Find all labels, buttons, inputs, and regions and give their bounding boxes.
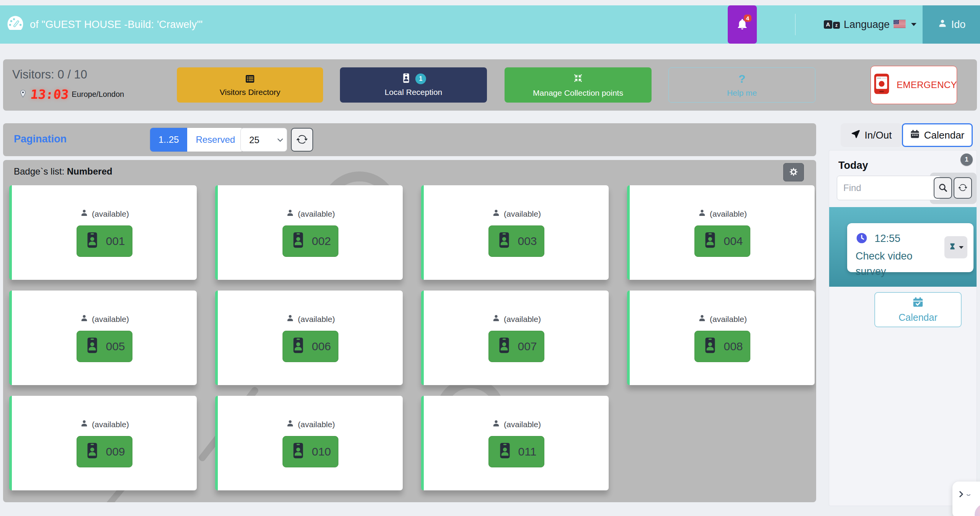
availability-row: (available) <box>80 208 129 219</box>
pagination-group: 1..25 Reserved <box>150 128 243 152</box>
badge-button[interactable]: 007 <box>488 331 544 362</box>
id-badge-icon <box>401 73 412 85</box>
badge-grid: (available) 001 (available) 002 <box>9 185 815 490</box>
id-badge-icon <box>701 336 719 357</box>
search-button[interactable] <box>934 177 952 199</box>
search-icon <box>938 183 947 193</box>
badge-number: 009 <box>106 445 125 458</box>
badge-card: (available) 006 <box>215 291 403 385</box>
badge-card: (available) 008 <box>627 291 815 385</box>
notifications-button[interactable]: 4 <box>728 5 757 44</box>
availability-row: (available) <box>492 419 541 430</box>
digital-clock: 13:03 <box>30 87 69 102</box>
user-name: Ido <box>951 19 966 31</box>
id-badge-icon <box>83 336 101 357</box>
availability-row: (available) <box>697 208 747 219</box>
emergency-button[interactable]: EMERGENCY <box>871 66 957 104</box>
badge-number: 001 <box>106 235 125 248</box>
page-size-select[interactable]: 25 <box>240 128 287 152</box>
notification-count-badge: 4 <box>744 15 751 22</box>
availability-row: (available) <box>80 314 129 325</box>
event-text: 12:55 Check video survey <box>856 231 932 279</box>
availability-label: (available) <box>298 315 335 324</box>
tab-calendar-label: Calendar <box>924 129 965 141</box>
page: of "GUEST HOUSE -Build: 'Crawely'" 4 Az … <box>0 0 980 516</box>
badge-button[interactable]: 010 <box>283 436 338 467</box>
badge-button[interactable]: 008 <box>694 331 750 362</box>
user-menu[interactable]: Ido <box>923 5 980 44</box>
pagination-title: Pagination <box>14 133 67 145</box>
badges-header: Badge`s list: Numbered <box>3 160 816 184</box>
person-icon <box>492 314 501 325</box>
badge-button[interactable]: 004 <box>694 225 750 257</box>
availability-row: (available) <box>492 314 541 325</box>
refresh-list-button[interactable] <box>291 128 313 152</box>
local-reception-button[interactable]: 1 Local Reception <box>340 67 487 103</box>
badge-settings-button[interactable] <box>783 163 804 181</box>
event-panel: 12:55 Check video survey <box>829 207 977 287</box>
badge-button[interactable]: 009 <box>77 436 132 467</box>
manage-collection-points-button[interactable]: Manage Collection points <box>505 67 652 103</box>
today-count-badge: 1 <box>960 153 973 166</box>
local-reception-label: Local Reception <box>385 88 443 97</box>
tab-inout-label: In/Out <box>865 129 892 141</box>
event-status-dropdown[interactable] <box>944 236 967 258</box>
tab-inout[interactable]: In/Out <box>841 123 902 147</box>
person-icon <box>697 208 707 219</box>
badge-card: (available) 009 <box>9 396 197 490</box>
page-range-button[interactable]: 1..25 <box>150 128 187 152</box>
badge-button[interactable]: 002 <box>283 225 338 257</box>
help-me-button[interactable]: ? Help me <box>668 67 815 103</box>
badge-number: 005 <box>106 340 125 353</box>
person-icon <box>492 208 501 219</box>
brand: of "GUEST HOUSE -Build: 'Crawely'" <box>5 5 203 44</box>
badge-card: (available) 007 <box>421 291 609 385</box>
availability-row: (available) <box>286 419 335 430</box>
availability-row: (available) <box>286 314 335 325</box>
availability-label: (available) <box>298 420 335 429</box>
reception-count-badge: 1 <box>415 73 426 84</box>
reserved-button[interactable]: Reserved <box>187 128 243 152</box>
id-badge-icon <box>701 231 719 251</box>
person-icon <box>80 419 89 430</box>
person-icon <box>80 208 89 219</box>
translate-icon: Az <box>824 20 840 29</box>
visitors-directory-button[interactable]: Visitors Directory <box>177 67 323 103</box>
tab-calendar[interactable]: Calendar <box>902 123 973 147</box>
availability-row: (available) <box>80 419 129 430</box>
chat-widget[interactable] <box>952 482 980 516</box>
widget-blob <box>975 503 980 516</box>
availability-label: (available) <box>504 315 541 324</box>
compress-icon <box>573 73 583 85</box>
availability-row: (available) <box>286 208 335 219</box>
badge-button[interactable]: 006 <box>283 331 338 362</box>
smile-icon <box>966 493 973 500</box>
badge-button[interactable]: 005 <box>77 331 132 362</box>
language-label: Language <box>844 19 890 31</box>
event-card[interactable]: 12:55 Check video survey <box>847 223 973 272</box>
id-badge-icon <box>289 231 307 251</box>
list-icon <box>245 73 255 85</box>
calendar-check-icon <box>913 297 923 310</box>
refresh-events-button[interactable] <box>954 177 972 199</box>
availability-label: (available) <box>504 209 541 219</box>
availability-label: (available) <box>92 209 129 219</box>
availability-row: (available) <box>697 314 747 325</box>
badge-number: 010 <box>312 445 331 458</box>
calendar-button[interactable]: Calendar <box>874 292 962 327</box>
gear-icon <box>789 167 798 178</box>
find-input[interactable] <box>837 176 941 200</box>
language-dropdown[interactable]: Az Language <box>824 5 916 44</box>
badge-card: (available) 005 <box>9 291 197 385</box>
refresh-icon <box>296 134 308 146</box>
badge-button[interactable]: 001 <box>77 225 132 257</box>
id-badge-icon <box>495 231 513 251</box>
header-divider <box>795 14 795 35</box>
availability-label: (available) <box>504 420 541 429</box>
bell-icon <box>736 26 749 32</box>
badge-button[interactable]: 011 <box>488 436 544 467</box>
badge-button[interactable]: 003 <box>488 225 544 257</box>
manage-collection-label: Manage Collection points <box>533 88 623 98</box>
calendar-icon <box>910 129 920 141</box>
today-label: Today <box>838 160 868 171</box>
